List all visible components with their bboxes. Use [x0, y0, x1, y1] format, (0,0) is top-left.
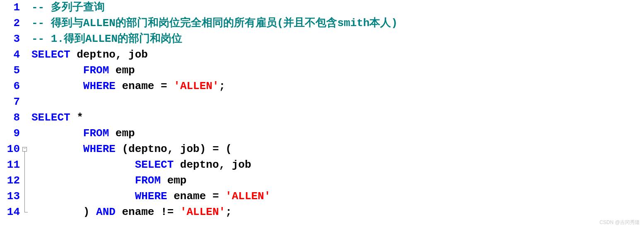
token-punct: ,: [167, 143, 174, 155]
token-keyword: FROM: [135, 174, 161, 187]
code-line[interactable]: SELECT deptno, job: [31, 47, 644, 63]
token-comment: -- 多列子查询: [31, 1, 105, 14]
fold-guide-line: [24, 152, 25, 212]
line-number: 5: [0, 63, 20, 79]
line-number: 11: [0, 157, 20, 173]
line-number: 13: [0, 189, 20, 205]
token-string: 'ALLEN': [174, 80, 219, 92]
token-text: [206, 143, 212, 155]
token-punct: ,: [219, 159, 225, 171]
fold-gutter: −: [22, 0, 31, 220]
line-number: 4: [0, 47, 20, 63]
token-punct: ;: [219, 80, 226, 92]
token-operator: =: [212, 143, 219, 155]
token-text: [70, 111, 77, 124]
token-text: emp: [109, 127, 135, 140]
token-text: ename: [116, 80, 161, 92]
fold-collapse-icon[interactable]: −: [22, 147, 27, 152]
token-text: [174, 206, 180, 218]
token-string: 'ALLEN': [225, 190, 270, 202]
token-keyword: SELECT: [31, 48, 70, 61]
token-keyword: WHERE: [135, 190, 167, 202]
token-text: deptno: [174, 159, 219, 171]
token-text: [31, 80, 83, 92]
code-line[interactable]: WHERE (deptno, job) = (: [31, 142, 644, 157]
token-text: [89, 206, 96, 218]
line-number: 3: [0, 31, 20, 47]
token-text: emp: [161, 174, 186, 187]
token-punct: (: [122, 143, 128, 155]
token-text: [167, 80, 174, 92]
fold-end-tick: [24, 212, 28, 212]
code-line[interactable]: FROM emp: [31, 63, 644, 79]
line-number: 6: [0, 79, 20, 94]
token-text: [31, 159, 135, 171]
token-text: [116, 143, 122, 155]
watermark: CSDN @吉冈秀隆: [599, 219, 640, 227]
code-line[interactable]: -- 多列子查询: [31, 0, 644, 16]
token-text: [31, 127, 83, 140]
code-line[interactable]: FROM emp: [31, 126, 644, 142]
token-text: [219, 190, 225, 202]
line-number: 7: [0, 94, 20, 110]
token-comment: -- 1.得到ALLEN的部门和岗位: [31, 33, 182, 45]
code-line[interactable]: [31, 94, 644, 110]
token-comment: -- 得到与ALLEN的部门和岗位完全相同的所有雇员(并且不包含smith本人): [31, 17, 398, 29]
line-number: 12: [0, 173, 20, 189]
token-text: [219, 143, 226, 155]
token-text: emp: [109, 64, 135, 77]
token-keyword: SELECT: [135, 159, 174, 171]
token-keyword: WHERE: [83, 143, 116, 155]
code-line[interactable]: ) AND ename != 'ALLEN';: [31, 205, 644, 220]
token-operator: =: [161, 80, 167, 92]
token-text: [31, 190, 135, 202]
token-keyword: FROM: [83, 64, 109, 77]
token-text: deptno: [70, 48, 116, 61]
code-line[interactable]: WHERE ename = 'ALLEN': [31, 189, 644, 205]
token-text: [31, 143, 83, 155]
code-area[interactable]: -- 多列子查询-- 得到与ALLEN的部门和岗位完全相同的所有雇员(并且不包含…: [31, 0, 644, 220]
line-number: 9: [0, 126, 20, 142]
token-text: [31, 64, 83, 77]
token-text: job: [225, 159, 251, 171]
token-text: job: [174, 143, 199, 155]
token-text: deptno: [128, 143, 167, 155]
token-operator: !=: [161, 206, 174, 218]
line-number: 2: [0, 16, 20, 31]
token-keyword: SELECT: [31, 111, 70, 124]
code-line[interactable]: FROM emp: [31, 173, 644, 189]
code-line[interactable]: SELECT deptno, job: [31, 157, 644, 173]
token-punct: ): [83, 206, 90, 218]
token-punct: ): [200, 143, 206, 155]
code-line[interactable]: -- 得到与ALLEN的部门和岗位完全相同的所有雇员(并且不包含smith本人): [31, 16, 644, 31]
token-text: [31, 206, 83, 218]
token-text: job: [122, 48, 147, 61]
line-number: 10: [0, 142, 20, 157]
token-punct: ;: [225, 206, 232, 218]
code-editor: 1234567891011121314 − -- 多列子查询-- 得到与ALLE…: [0, 0, 644, 220]
token-punct: (: [225, 143, 232, 155]
token-string: 'ALLEN': [180, 206, 225, 218]
line-number: 8: [0, 110, 20, 126]
token-operator: =: [212, 190, 219, 202]
token-punct: ,: [116, 48, 122, 61]
line-number: 14: [0, 205, 20, 220]
token-text: ename: [116, 206, 161, 218]
token-operator: *: [77, 111, 83, 124]
code-line[interactable]: WHERE ename = 'ALLEN';: [31, 79, 644, 94]
token-keyword: AND: [96, 206, 116, 218]
code-line[interactable]: SELECT *: [31, 110, 644, 126]
token-keyword: FROM: [83, 127, 109, 140]
token-text: [31, 174, 135, 187]
line-number-gutter: 1234567891011121314: [0, 0, 22, 220]
code-line[interactable]: -- 1.得到ALLEN的部门和岗位: [31, 31, 644, 47]
token-text: ename: [167, 190, 212, 202]
line-number: 1: [0, 0, 20, 16]
token-keyword: WHERE: [83, 80, 116, 92]
